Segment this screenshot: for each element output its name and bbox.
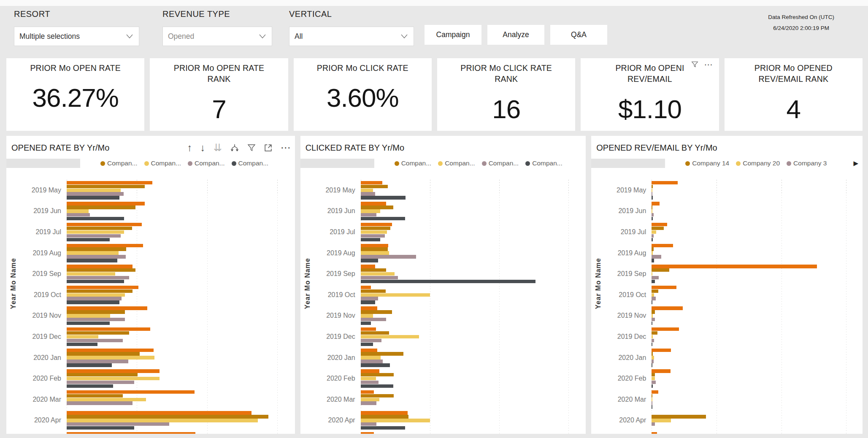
filter-icon[interactable] <box>691 61 698 68</box>
bar-orange[interactable] <box>361 369 379 373</box>
bar-mauve[interactable] <box>652 297 655 300</box>
bar-gold[interactable] <box>652 310 655 314</box>
bar-mauve[interactable] <box>361 192 375 195</box>
bar-orange[interactable] <box>361 411 408 414</box>
filter-icon[interactable] <box>247 143 256 152</box>
bar-orange[interactable] <box>67 411 251 414</box>
bar-slate[interactable] <box>361 196 406 199</box>
bar-slate[interactable] <box>652 405 652 408</box>
bar-slate[interactable] <box>361 363 390 367</box>
bar-orange[interactable] <box>361 244 389 247</box>
bar-slate[interactable] <box>67 300 119 304</box>
bar-orange[interactable] <box>361 306 377 310</box>
bar-slate[interactable] <box>67 259 117 262</box>
legend-item[interactable]: Company 3 <box>787 160 827 167</box>
bar-slate[interactable] <box>361 343 373 346</box>
bar-yellow[interactable] <box>361 230 387 234</box>
bar-mauve[interactable] <box>652 276 659 279</box>
expand-all-icon[interactable] <box>230 143 239 152</box>
campaign-button[interactable]: Campaign <box>425 25 481 45</box>
bar-gold[interactable] <box>67 310 125 314</box>
bar-orange[interactable] <box>652 432 657 434</box>
bar-slate[interactable] <box>361 217 405 220</box>
bar-yellow[interactable] <box>652 377 655 380</box>
bar-gold[interactable] <box>652 289 658 293</box>
legend-item[interactable]: Compan... <box>144 160 181 167</box>
go-to-next-level-icon[interactable]: ⇊ <box>214 143 222 153</box>
bar-yellow[interactable] <box>67 377 160 380</box>
bar-slate[interactable] <box>652 196 653 199</box>
bar-gold[interactable] <box>67 247 126 251</box>
bar-orange[interactable] <box>361 265 375 268</box>
bar-yellow[interactable] <box>652 335 653 338</box>
bar-gold[interactable] <box>361 268 387 272</box>
bar-yellow[interactable] <box>652 251 653 254</box>
bar-mauve[interactable] <box>67 381 134 384</box>
bar-yellow[interactable] <box>361 189 373 192</box>
bar-mauve[interactable] <box>652 381 655 384</box>
bar-gold[interactable] <box>361 227 391 230</box>
bar-gold[interactable] <box>652 247 654 251</box>
bar-yellow[interactable] <box>361 272 395 276</box>
more-options-icon[interactable]: ⋯ <box>704 62 713 67</box>
legend-next-arrow-icon[interactable]: ▶ <box>852 160 860 167</box>
bar-yellow[interactable] <box>652 272 652 276</box>
legend-item[interactable]: Compan... <box>395 160 432 167</box>
bar-mauve[interactable] <box>652 318 655 321</box>
bar-mauve[interactable] <box>67 360 128 363</box>
more-options-icon[interactable]: ⋯ <box>281 143 291 153</box>
bar-orange[interactable] <box>67 390 195 394</box>
bar-yellow[interactable] <box>652 293 654 297</box>
bar-orange[interactable] <box>361 181 382 184</box>
bar-yellow[interactable] <box>67 335 98 338</box>
bar-yellow[interactable] <box>361 356 381 359</box>
bar-gold[interactable] <box>652 352 653 355</box>
bar-slate[interactable] <box>361 238 380 241</box>
bar-slate[interactable] <box>361 300 375 304</box>
bar-orange[interactable] <box>67 369 160 373</box>
bar-yellow[interactable] <box>652 230 656 234</box>
bar-orange[interactable] <box>67 181 152 184</box>
bar-orange[interactable] <box>652 223 667 226</box>
bar-orange[interactable] <box>652 327 679 331</box>
bar-gold[interactable] <box>67 185 145 188</box>
legend-item[interactable]: Company 14 <box>685 160 729 167</box>
bar-slate[interactable] <box>67 322 110 325</box>
bar-slate[interactable] <box>652 363 652 367</box>
bar-mauve[interactable] <box>652 401 652 405</box>
bar-orange[interactable] <box>652 369 671 373</box>
bar-mauve[interactable] <box>361 401 377 405</box>
bar-slate[interactable] <box>652 343 652 346</box>
bar-orange[interactable] <box>361 432 374 434</box>
bar-yellow[interactable] <box>67 356 154 359</box>
resort-dropdown[interactable]: Multiple selections <box>14 27 139 46</box>
bar-gold[interactable] <box>67 268 135 272</box>
bar-yellow[interactable] <box>67 398 146 401</box>
legend-item[interactable]: Compan... <box>482 160 519 167</box>
bar-orange[interactable] <box>67 265 132 268</box>
bar-gold[interactable] <box>652 394 652 397</box>
bar-mauve[interactable] <box>67 401 132 405</box>
bar-mauve[interactable] <box>361 360 383 363</box>
bar-gold[interactable] <box>652 227 664 230</box>
bar-gold[interactable] <box>67 331 129 335</box>
bar-orange[interactable] <box>652 181 677 184</box>
bar-orange[interactable] <box>67 202 145 205</box>
bar-mauve[interactable] <box>67 234 121 238</box>
bar-mauve[interactable] <box>67 318 125 321</box>
bar-gold[interactable] <box>361 310 392 314</box>
bar-orange[interactable] <box>67 349 154 352</box>
bar-gold[interactable] <box>361 352 404 355</box>
bar-gold[interactable] <box>652 205 652 209</box>
bar-gold[interactable] <box>361 247 388 251</box>
bar-orange[interactable] <box>361 286 371 289</box>
bar-gold[interactable] <box>652 331 657 335</box>
bar-orange[interactable] <box>652 265 817 268</box>
bar-mauve[interactable] <box>652 422 655 426</box>
bar-yellow[interactable] <box>652 189 652 192</box>
bar-orange[interactable] <box>67 432 195 434</box>
bar-yellow[interactable] <box>361 419 430 422</box>
bar-yellow[interactable] <box>652 314 653 317</box>
bar-gold[interactable] <box>67 415 268 418</box>
bar-slate[interactable] <box>652 300 652 304</box>
